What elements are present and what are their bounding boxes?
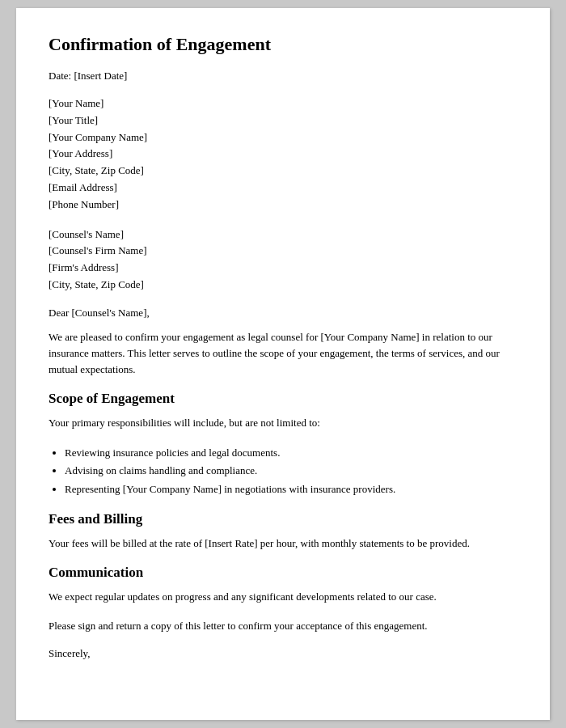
bullet-item: Representing [Your Company Name] in nego… <box>65 480 517 498</box>
bullet-item: Reviewing insurance policies and legal d… <box>65 444 517 462</box>
document-container: Confirmation of Engagement Date: [Insert… <box>16 8 550 720</box>
recipient-line: [City, State, Zip Code] <box>49 277 517 294</box>
sender-line: [Email Address] <box>49 180 517 197</box>
section-content-1: Your fees will be billed at the rate of … <box>49 535 517 552</box>
sender-block: [Your Name][Your Title][Your Company Nam… <box>49 95 517 214</box>
document-date: Date: [Insert Date] <box>49 70 517 83</box>
section-content-2: We expect regular updates on progress an… <box>49 589 517 605</box>
recipient-line: [Counsel's Firm Name] <box>49 243 517 260</box>
section-heading-2: Communication <box>49 565 517 581</box>
sender-line: [Phone Number] <box>49 197 517 214</box>
bullet-item: Advising on claims handling and complian… <box>65 462 517 480</box>
recipient-line: [Firm's Address] <box>49 260 517 277</box>
section-content-0: Your primary responsibilities will inclu… <box>49 415 517 431</box>
document-title: Confirmation of Engagement <box>49 34 517 55</box>
sender-line: [Your Name] <box>49 95 517 112</box>
sender-line: [City, State, Zip Code] <box>49 163 517 180</box>
recipient-line: [Counsel's Name] <box>49 226 517 243</box>
sender-line: [Your Company Name] <box>49 129 517 146</box>
sender-line: [Your Address] <box>49 146 517 163</box>
section-heading-1: Fees and Billing <box>49 511 517 527</box>
sincerely: Sincerely, <box>49 647 517 660</box>
closing-line: Please sign and return a copy of this le… <box>49 618 517 634</box>
section-heading-0: Scope of Engagement <box>49 391 517 407</box>
section-bullets-0: Reviewing insurance policies and legal d… <box>65 444 517 497</box>
intro-paragraph: We are pleased to confirm your engagemen… <box>49 329 517 378</box>
salutation: Dear [Counsel's Name], <box>49 307 517 320</box>
recipient-block: [Counsel's Name][Counsel's Firm Name][Fi… <box>49 226 517 294</box>
sender-line: [Your Title] <box>49 112 517 129</box>
sections-container: Scope of EngagementYour primary responsi… <box>49 391 517 605</box>
